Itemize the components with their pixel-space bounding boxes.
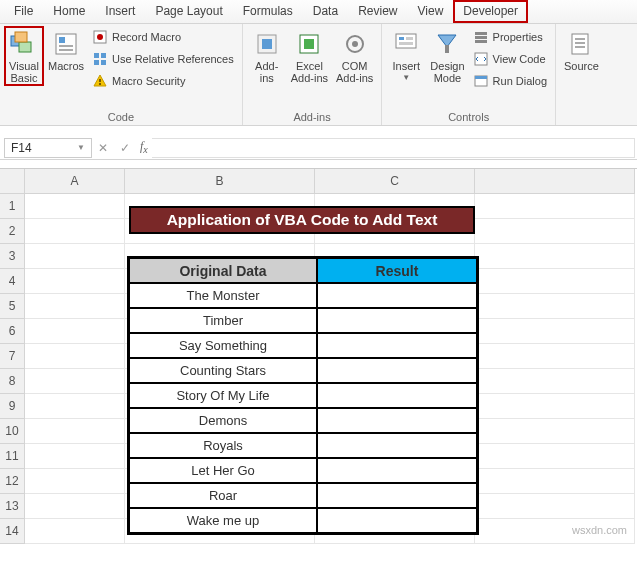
view-code-button[interactable]: View Code — [469, 48, 551, 70]
table-cell[interactable] — [317, 333, 477, 358]
row-header[interactable]: 14 — [0, 519, 25, 544]
tab-review[interactable]: Review — [348, 0, 407, 23]
formula-bar-row: F14 ▼ ✕ ✓ fx — [0, 136, 637, 160]
macro-security-button[interactable]: Macro Security — [88, 70, 238, 92]
relative-refs-button[interactable]: Use Relative References — [88, 48, 238, 70]
row-header[interactable]: 11 — [0, 444, 25, 469]
name-box[interactable]: F14 ▼ — [4, 138, 92, 158]
record-macro-icon — [92, 29, 108, 45]
formula-bar[interactable] — [152, 138, 635, 158]
row-header[interactable]: 2 — [0, 219, 25, 244]
visual-basic-button[interactable]: Visual Basic — [4, 26, 44, 86]
source-button[interactable]: Source — [560, 26, 603, 72]
tab-pagelayout[interactable]: Page Layout — [145, 0, 232, 23]
row-header[interactable]: 8 — [0, 369, 25, 394]
row-header[interactable]: 4 — [0, 269, 25, 294]
svg-rect-17 — [262, 39, 272, 49]
chevron-down-icon: ▼ — [77, 143, 85, 152]
row-header[interactable]: 12 — [0, 469, 25, 494]
source-icon — [565, 28, 597, 60]
tab-insert[interactable]: Insert — [95, 0, 145, 23]
table-cell[interactable]: Story Of My Life — [129, 383, 317, 408]
cancel-formula-icon[interactable]: ✕ — [92, 141, 114, 155]
macros-icon — [50, 28, 82, 60]
table-cell[interactable]: Roar — [129, 483, 317, 508]
row-header[interactable]: 10 — [0, 419, 25, 444]
svg-rect-25 — [399, 42, 413, 45]
ribbon: Visual Basic Macros Record Macro — [0, 24, 637, 126]
com-addins-icon — [339, 28, 371, 60]
svg-rect-6 — [59, 49, 73, 51]
table-cell[interactable]: The Monster — [129, 283, 317, 308]
table-cell[interactable]: Timber — [129, 308, 317, 333]
enter-formula-icon[interactable]: ✓ — [114, 141, 136, 155]
group-addins: Add- ins Excel Add-ins COM Add-ins Add-i… — [243, 24, 383, 125]
select-all-corner[interactable] — [0, 169, 25, 194]
svg-rect-15 — [99, 83, 101, 85]
group-addins-label: Add-ins — [247, 110, 378, 125]
insert-control-button[interactable]: Insert ▼ — [386, 26, 426, 84]
svg-rect-24 — [406, 37, 413, 40]
run-dialog-button[interactable]: Run Dialog — [469, 70, 551, 92]
addins-button[interactable]: Add- ins — [247, 26, 287, 84]
tab-developer[interactable]: Developer — [453, 0, 528, 23]
data-table: Original Data Result The Monster Timber … — [127, 256, 479, 535]
watermark: wsxdn.com — [572, 524, 627, 536]
group-controls: Insert ▼ Design Mode Properties — [382, 24, 556, 125]
macros-button[interactable]: Macros — [44, 26, 88, 72]
table-cell[interactable]: Royals — [129, 433, 317, 458]
group-code-label: Code — [4, 110, 238, 125]
table-cell[interactable] — [317, 483, 477, 508]
table-cell[interactable] — [317, 433, 477, 458]
tab-view[interactable]: View — [408, 0, 454, 23]
svg-rect-37 — [575, 46, 585, 48]
col-header-D[interactable] — [475, 169, 635, 194]
table-cell[interactable]: Counting Stars — [129, 358, 317, 383]
row-header[interactable]: 5 — [0, 294, 25, 319]
design-mode-button[interactable]: Design Mode — [426, 26, 468, 84]
col-header-A[interactable]: A — [25, 169, 125, 194]
table-cell[interactable]: Let Her Go — [129, 458, 317, 483]
svg-rect-29 — [475, 36, 487, 39]
table-cell[interactable] — [317, 383, 477, 408]
group-code: Visual Basic Macros Record Macro — [0, 24, 243, 125]
excel-addins-label: Excel Add-ins — [291, 60, 328, 84]
table-header-result: Result — [317, 258, 477, 283]
table-cell[interactable] — [317, 508, 477, 533]
row-header[interactable]: 6 — [0, 319, 25, 344]
row-header[interactable]: 13 — [0, 494, 25, 519]
run-dialog-label: Run Dialog — [493, 75, 547, 87]
tab-data[interactable]: Data — [303, 0, 348, 23]
excel-addins-button[interactable]: Excel Add-ins — [287, 26, 332, 84]
row-header[interactable]: 9 — [0, 394, 25, 419]
tab-formulas[interactable]: Formulas — [233, 0, 303, 23]
row-header[interactable]: 7 — [0, 344, 25, 369]
design-mode-label: Design Mode — [430, 60, 464, 84]
table-cell[interactable] — [317, 408, 477, 433]
tab-file[interactable]: File — [4, 0, 43, 23]
properties-button[interactable]: Properties — [469, 26, 551, 48]
record-macro-button[interactable]: Record Macro — [88, 26, 238, 48]
svg-rect-22 — [396, 34, 416, 48]
table-cell[interactable]: Say Something — [129, 333, 317, 358]
svg-rect-4 — [59, 37, 65, 43]
table-cell[interactable] — [317, 283, 477, 308]
table-cell[interactable] — [317, 308, 477, 333]
row-header[interactable]: 3 — [0, 244, 25, 269]
svg-rect-1 — [19, 42, 31, 52]
table-cell[interactable]: Demons — [129, 408, 317, 433]
svg-point-8 — [97, 34, 103, 40]
col-header-B[interactable]: B — [125, 169, 315, 194]
properties-label: Properties — [493, 31, 543, 43]
table-cell[interactable]: Wake me up — [129, 508, 317, 533]
record-macro-label: Record Macro — [112, 31, 181, 43]
row-header[interactable]: 1 — [0, 194, 25, 219]
col-header-C[interactable]: C — [315, 169, 475, 194]
sheet-title: Application of VBA Code to Add Text — [129, 206, 475, 234]
com-addins-button[interactable]: COM Add-ins — [332, 26, 377, 84]
fx-icon[interactable]: fx — [136, 139, 152, 155]
tab-home[interactable]: Home — [43, 0, 95, 23]
table-cell[interactable] — [317, 458, 477, 483]
run-dialog-icon — [473, 73, 489, 89]
table-cell[interactable] — [317, 358, 477, 383]
